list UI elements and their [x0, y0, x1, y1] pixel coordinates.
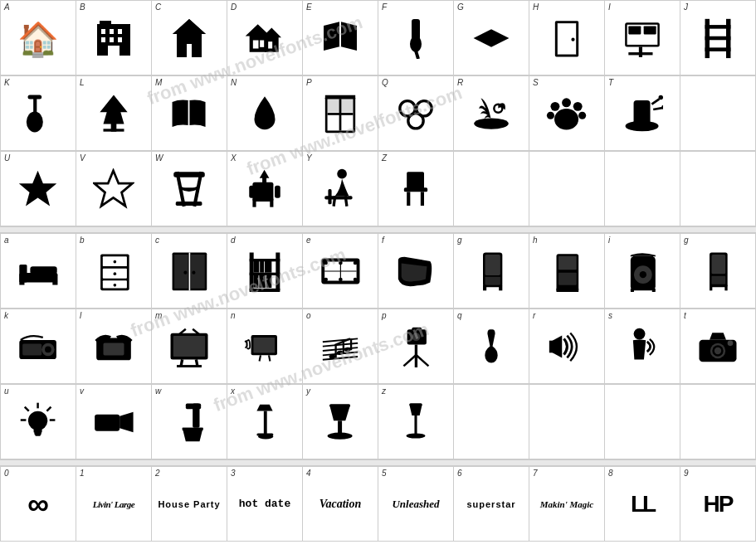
- label-m: m: [155, 311, 162, 320]
- label-N: N: [231, 78, 237, 87]
- text-unleashed: Unleashed: [392, 498, 439, 511]
- svg-rect-88: [404, 187, 427, 192]
- svg-point-214: [328, 432, 353, 439]
- icon-arcade: [546, 250, 588, 292]
- svg-line-22: [416, 51, 418, 59]
- icon-pinball2: [697, 250, 739, 292]
- label-Z: Z: [382, 153, 387, 163]
- icon-star-solid: [17, 168, 59, 210]
- cell-m: m: [152, 309, 227, 384]
- cell-z2: z: [378, 385, 454, 459]
- label-M: M: [155, 78, 162, 87]
- svg-rect-44: [104, 129, 124, 131]
- label-r: r: [533, 311, 535, 320]
- label-u: u: [4, 386, 9, 396]
- label-X: X: [231, 153, 237, 163]
- label-4: 4: [306, 469, 311, 478]
- icon-lamp-floor: [244, 401, 285, 443]
- text-superstar: superstar: [466, 499, 515, 509]
- svg-rect-134: [499, 284, 502, 290]
- svg-rect-64: [634, 100, 651, 126]
- label-l: l: [80, 311, 81, 320]
- svg-rect-187: [549, 340, 554, 352]
- svg-rect-144: [652, 288, 656, 291]
- svg-rect-114: [254, 260, 260, 272]
- svg-rect-148: [710, 284, 712, 290]
- cell-v: v: [76, 385, 152, 459]
- svg-point-107: [183, 270, 187, 274]
- icon-building: [93, 17, 134, 59]
- cell-y: y: [303, 385, 378, 459]
- svg-rect-89: [407, 192, 410, 206]
- icon-sheet-music: [319, 326, 361, 367]
- svg-point-21: [410, 36, 422, 52]
- svg-point-125: [354, 260, 358, 265]
- svg-point-100: [114, 260, 117, 263]
- svg-rect-157: [173, 336, 205, 357]
- cell-J: J: [680, 1, 756, 75]
- cell-5: 5 Unleashed: [378, 467, 454, 542]
- label-p: p: [382, 311, 387, 320]
- icon-camera-video: [93, 401, 134, 443]
- cell-H: H: [529, 1, 605, 75]
- cell-Y: Y: [303, 152, 378, 226]
- cell-o: o: [303, 309, 378, 384]
- text-hot-date: hot date: [239, 498, 290, 510]
- label-B: B: [80, 2, 85, 12]
- cell-M: M: [152, 76, 227, 151]
- cell-empty-2: [454, 152, 529, 226]
- section-separator-2: [0, 459, 756, 466]
- svg-point-142: [640, 271, 646, 278]
- cell-C: C: [152, 1, 227, 75]
- svg-point-128: [339, 260, 343, 265]
- label-F: F: [382, 2, 387, 12]
- svg-point-58: [550, 101, 559, 110]
- row-lower-3: u v w: [0, 384, 756, 459]
- svg-rect-4: [110, 29, 114, 34]
- label-P: P: [306, 78, 312, 87]
- svg-rect-41: [28, 95, 42, 99]
- label-E: E: [306, 2, 312, 12]
- icon-telephone: [93, 326, 134, 367]
- icon-star-outline: [93, 168, 134, 210]
- icon-guitar: [471, 326, 512, 367]
- svg-rect-147: [712, 275, 726, 284]
- label-8: 8: [608, 469, 613, 478]
- label-v: v: [80, 386, 84, 396]
- svg-point-82: [337, 168, 347, 178]
- icon-dresser: [93, 250, 134, 292]
- cell-F: F: [378, 1, 454, 75]
- cell-i: i: [605, 234, 680, 309]
- icon-bookshelf: [244, 250, 285, 292]
- cell-c: c: [152, 234, 227, 309]
- cell-p: p: [378, 309, 454, 384]
- cell-V: V: [76, 152, 152, 226]
- svg-rect-32: [639, 46, 642, 57]
- svg-rect-202: [35, 434, 41, 436]
- label-z2: z: [382, 386, 386, 396]
- icon-tree: [93, 93, 134, 134]
- svg-point-129: [339, 277, 343, 281]
- cell-Z: Z: [378, 152, 454, 226]
- label-U: U: [4, 153, 10, 163]
- icon-pool-table: [319, 250, 361, 292]
- text-hp: HP: [704, 491, 733, 518]
- svg-point-126: [324, 277, 328, 281]
- cell-u: u: [1, 385, 76, 459]
- label-h: h: [533, 236, 538, 245]
- svg-rect-14: [253, 40, 259, 48]
- label-g: g: [457, 236, 462, 245]
- cell-q: q: [454, 309, 529, 384]
- icon-door: [546, 17, 588, 59]
- cell-T: T: [605, 76, 680, 151]
- cell-f: f: [378, 234, 454, 309]
- label-c: c: [155, 236, 159, 245]
- svg-marker-80: [260, 169, 270, 177]
- svg-rect-143: [631, 288, 634, 291]
- svg-rect-118: [259, 275, 266, 288]
- label-J: J: [684, 2, 688, 12]
- icon-jukebox: [622, 250, 663, 292]
- svg-marker-209: [256, 404, 272, 411]
- label-e: e: [306, 236, 311, 245]
- svg-rect-77: [275, 185, 280, 197]
